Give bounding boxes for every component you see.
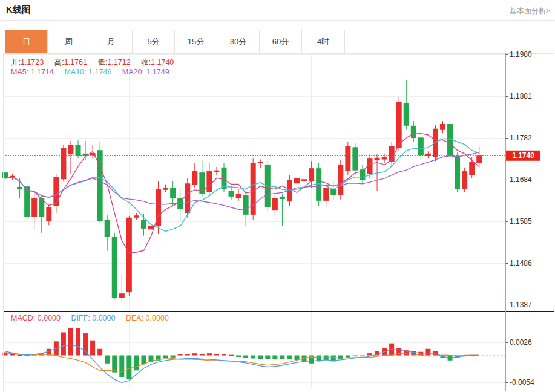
candle-body [323,188,329,201]
macd-bar [112,356,117,373]
macd-bar [222,354,226,356]
dea-label: DEA: [126,314,143,322]
macd-bar [425,349,430,356]
macd-bar [83,333,88,355]
candle-body [105,220,110,237]
candle-body [185,183,190,213]
macd-bar [90,341,95,356]
low-value: 1.1712 [107,58,130,67]
macd-bar [265,356,270,359]
macd-bar [163,356,168,359]
price-axis-label: 1.1387 [510,301,532,309]
candle-body [425,154,431,156]
candle-body [440,124,445,130]
macd-bar [353,356,358,357]
price-axis-label: 1.1980 [510,50,532,59]
candle-body [170,188,176,198]
candle-body [61,148,66,179]
price-axis-label: 1.1881 [510,92,532,100]
ma-legend: MA5: 1.1714 MA10: 1.1746 MA20: 1.1749 [11,68,178,76]
candle-body [134,215,139,217]
candle-body [433,129,438,157]
macd-bar [105,356,110,364]
candle-body [68,145,73,154]
macd-bar [346,356,350,358]
macd-bar [272,356,277,360]
macd-legend: MACD: 0.0000 DIFF: 0.0000 DEA: 0.0000 [11,314,177,322]
kline-widget: K线图 基本面分析> 日 周 月 5分 15分 30分 60分 4时 1.198… [0,0,555,392]
macd-label: MACD: [11,314,35,322]
price-axis-label: 1.1684 [510,175,532,184]
macd-bar [214,354,219,356]
ohlc-legend: 开:1.1723 高:1.1761 低:1.1712 收:1.1740 [11,57,182,68]
candle-body [418,137,424,155]
macd-bar [251,356,255,359]
candle-body [258,162,263,163]
ma10-value: 1.1746 [88,68,111,76]
candle-body [229,191,234,197]
last-price-tag-value: 1.1740 [512,151,534,160]
candle-body [31,198,37,217]
macd-bar [68,328,73,356]
low-label: 低: [97,58,107,67]
price-axis-label: 1.1782 [510,134,532,142]
candle-body [447,124,453,156]
candle-body [338,165,343,195]
candle-body [192,171,197,185]
diff-label: DIFF: [71,314,90,322]
candle-body [46,207,51,221]
ma20-line [5,152,479,209]
price-axis-label: 1.1585 [510,217,532,226]
candle-body [119,293,125,298]
candle-body [272,198,278,210]
candle-body [301,179,307,181]
macd-bar [360,356,365,357]
candle-body [148,226,154,229]
macd-axis-label: 0.0026 [510,338,532,347]
ma20-value: 1.1749 [146,68,169,76]
candle-body [17,187,22,189]
ma5-value: 1.1714 [31,68,54,76]
open-label: 开: [11,58,21,67]
dea-value: 0.0000 [146,314,169,322]
candle-body [404,103,409,126]
candle-body [396,102,402,148]
candle-body [280,197,285,199]
high-label: 高: [54,58,64,67]
candle-body [126,218,132,292]
close-label: 收: [141,58,151,67]
candle-body [375,158,380,160]
close-value: 1.1740 [151,58,174,67]
candle-body [243,195,249,215]
macd-bar [243,356,248,358]
price-axis-label: 1.1486 [510,259,532,267]
candle-body [24,186,30,217]
candle-body [469,162,475,175]
macd-axis-label: -0.0054 [510,378,534,387]
macd-bar [295,356,300,360]
macd-bar [192,353,197,355]
candle-body [352,147,358,170]
ma5-label: MA5: [11,68,28,76]
candle-body [411,126,416,138]
candle-body [251,163,256,215]
macd-bar [119,356,124,377]
macd-bar [76,328,80,355]
macd-bar [126,356,131,380]
diff-value: 0.0000 [92,314,115,322]
ma20-label: MA20: [122,68,144,76]
macd-bar [171,356,176,358]
macd-bar [280,356,284,359]
candle-body [141,220,146,229]
candle-body [76,145,81,156]
candle-body [112,237,117,298]
macd-bar [97,349,102,356]
candle-body [345,146,350,171]
candle-body [53,177,59,206]
macd-bar [200,354,205,355]
macd-bar [236,356,241,357]
candle-body [294,178,300,183]
macd-bar [178,354,183,356]
candle-body [214,171,219,172]
macd-value: 0.0000 [38,314,61,322]
